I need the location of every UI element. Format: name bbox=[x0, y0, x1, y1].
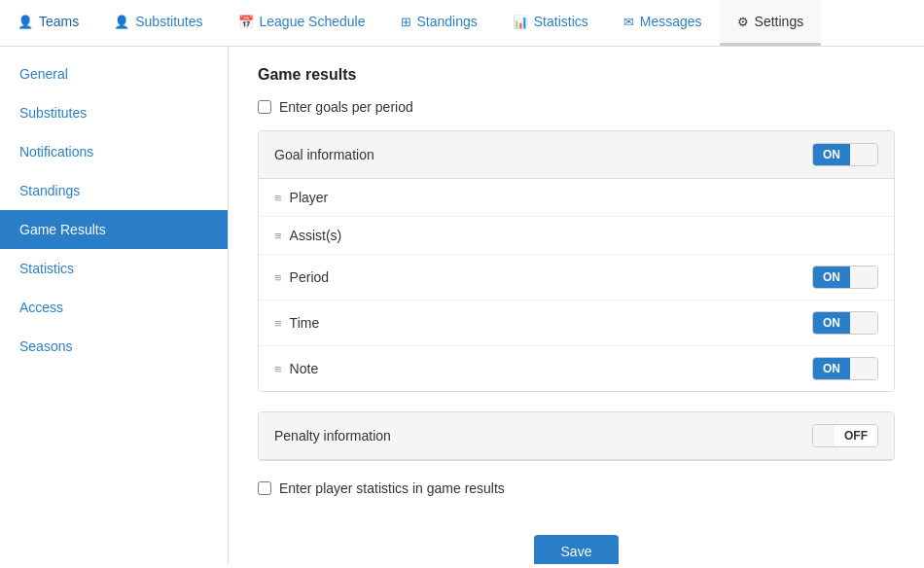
penalty-panel-label: Penalty information bbox=[274, 428, 391, 444]
period-row: ≡ Period ON bbox=[259, 255, 894, 301]
nav-substitutes-label: Substitutes bbox=[135, 14, 202, 29]
nav-league-schedule[interactable]: 📅 League Schedule bbox=[221, 0, 383, 46]
nav-teams-label: Teams bbox=[39, 14, 79, 29]
period-label: Period bbox=[290, 269, 329, 285]
enter-player-stats-checkbox[interactable] bbox=[258, 481, 271, 495]
nav-standings[interactable]: ⊞ Standings bbox=[383, 0, 495, 46]
goal-panel: Goal information ON ≡ Player ≡ Assist(s) bbox=[258, 130, 895, 392]
nav-messages-label: Messages bbox=[640, 14, 702, 29]
nav-statistics-label: Statistics bbox=[534, 14, 588, 29]
sidebar: General Substitutes Notifications Standi… bbox=[0, 47, 229, 564]
save-button[interactable]: Save bbox=[534, 535, 620, 564]
substitutes-icon: 👤 bbox=[114, 15, 129, 29]
player-drag-icon: ≡ bbox=[274, 191, 282, 205]
league-schedule-icon: 📅 bbox=[238, 15, 254, 29]
sidebar-item-seasons[interactable]: Seasons bbox=[0, 327, 228, 366]
enter-player-stats-row[interactable]: Enter player statistics in game results bbox=[258, 480, 505, 496]
player-label: Player bbox=[290, 190, 329, 205]
nav-substitutes[interactable]: 👤 Substitutes bbox=[96, 0, 220, 46]
note-toggle-off-part bbox=[850, 358, 877, 379]
note-toggle-on: ON bbox=[813, 358, 850, 379]
penalty-toggle-off: OFF bbox=[835, 425, 877, 446]
layout: General Substitutes Notifications Standi… bbox=[0, 47, 924, 564]
period-drag-icon: ≡ bbox=[274, 270, 282, 285]
sidebar-item-notifications[interactable]: Notifications bbox=[0, 132, 228, 171]
note-toggle[interactable]: ON bbox=[812, 357, 878, 380]
enter-goals-row[interactable]: Enter goals per period bbox=[258, 99, 895, 115]
time-label: Time bbox=[290, 315, 320, 331]
goal-panel-label: Goal information bbox=[274, 147, 374, 162]
sidebar-item-standings[interactable]: Standings bbox=[0, 171, 228, 210]
enter-player-stats-label: Enter player statistics in game results bbox=[279, 480, 505, 496]
time-toggle[interactable]: ON bbox=[812, 311, 878, 335]
nav-messages[interactable]: ✉ Messages bbox=[606, 0, 720, 46]
period-toggle-on: ON bbox=[813, 266, 850, 288]
statistics-icon: 📊 bbox=[513, 15, 528, 29]
nav-league-schedule-label: League Schedule bbox=[260, 14, 366, 29]
bottom-section: Enter player statistics in game results … bbox=[258, 480, 895, 564]
nav-statistics[interactable]: 📊 Statistics bbox=[495, 0, 606, 46]
assists-row: ≡ Assist(s) bbox=[259, 217, 894, 255]
assists-drag-icon: ≡ bbox=[274, 229, 282, 243]
standings-icon: ⊞ bbox=[401, 15, 411, 29]
time-drag-icon: ≡ bbox=[274, 316, 282, 331]
note-row: ≡ Note ON bbox=[259, 346, 894, 391]
goal-toggle[interactable]: ON bbox=[812, 143, 878, 166]
enter-goals-checkbox[interactable] bbox=[258, 100, 271, 114]
nav-settings-label: Settings bbox=[755, 14, 804, 29]
goal-panel-header: Goal information ON bbox=[259, 131, 894, 179]
penalty-toggle[interactable]: OFF bbox=[812, 424, 878, 447]
nav-standings-label: Standings bbox=[417, 14, 478, 29]
note-label: Note bbox=[290, 361, 319, 376]
period-toggle-off-part bbox=[850, 266, 877, 288]
time-row: ≡ Time ON bbox=[259, 301, 894, 346]
nav-settings[interactable]: ⚙ Settings bbox=[720, 0, 822, 46]
assists-label: Assist(s) bbox=[290, 228, 342, 243]
penalty-panel: Penalty information OFF bbox=[258, 411, 895, 461]
main-content: Game results Enter goals per period Goal… bbox=[229, 47, 924, 564]
goal-toggle-off-part bbox=[850, 144, 877, 165]
time-toggle-off-part bbox=[850, 312, 877, 334]
top-nav: 👤 Teams 👤 Substitutes 📅 League Schedule … bbox=[0, 0, 924, 47]
sidebar-item-access[interactable]: Access bbox=[0, 288, 228, 327]
sidebar-item-general[interactable]: General bbox=[0, 54, 228, 93]
sidebar-item-substitutes[interactable]: Substitutes bbox=[0, 93, 228, 132]
nav-teams[interactable]: 👤 Teams bbox=[0, 0, 96, 46]
teams-icon: 👤 bbox=[18, 15, 33, 29]
section-title: Game results bbox=[258, 66, 895, 84]
penalty-toggle-on-part bbox=[813, 425, 835, 446]
note-drag-icon: ≡ bbox=[274, 362, 282, 376]
messages-icon: ✉ bbox=[623, 15, 634, 29]
sidebar-item-statistics[interactable]: Statistics bbox=[0, 249, 228, 288]
penalty-panel-header: Penalty information OFF bbox=[259, 412, 894, 460]
enter-goals-label: Enter goals per period bbox=[279, 99, 413, 115]
time-toggle-on: ON bbox=[813, 312, 850, 334]
goal-toggle-on: ON bbox=[813, 144, 850, 165]
period-toggle[interactable]: ON bbox=[812, 266, 878, 289]
sidebar-item-game-results[interactable]: Game Results bbox=[0, 210, 228, 249]
settings-icon: ⚙ bbox=[737, 15, 749, 29]
player-row: ≡ Player bbox=[259, 179, 894, 217]
